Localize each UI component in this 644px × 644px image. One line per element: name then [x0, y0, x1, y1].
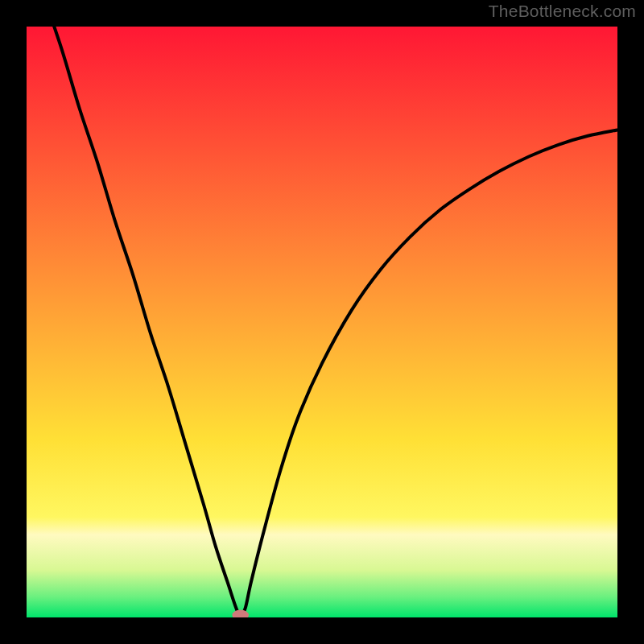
chart-frame: TheBottleneck.com: [0, 0, 644, 644]
watermark-text: TheBottleneck.com: [489, 2, 636, 21]
chart-plot: [27, 27, 617, 617]
gradient-background: [27, 27, 617, 617]
